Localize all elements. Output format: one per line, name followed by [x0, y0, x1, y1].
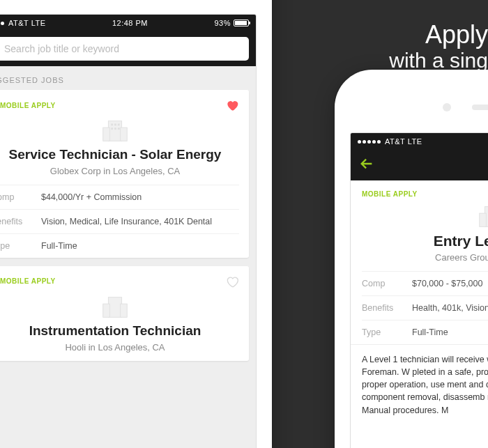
job-card[interactable]: MOBILE APPLY Instrumentation Technician … [0, 266, 249, 361]
svg-rect-10 [103, 304, 110, 317]
svg-rect-4 [114, 123, 116, 125]
job-title: Instrumentation Technician [0, 323, 239, 339]
company-icon [99, 294, 131, 319]
heart-icon [225, 98, 239, 112]
carrier-label: AT&T LTE [8, 19, 46, 27]
detail-row-type: Type Full-Time [362, 320, 488, 344]
svg-rect-11 [121, 304, 128, 317]
back-arrow-icon [359, 156, 374, 171]
company-icon [99, 118, 131, 143]
svg-rect-6 [111, 128, 113, 130]
company-icon [475, 203, 488, 229]
phone-frame-right: AT&T LTE 12:48 PM 93% MOBILE APPLY Entry… [335, 70, 488, 448]
search-input[interactable] [4, 43, 242, 54]
signal-dots-icon [0, 22, 4, 25]
job-card[interactable]: MOBILE APPLY Service Technician - Solar … [0, 90, 249, 258]
detail-value: $70,000 - $75,000 [412, 279, 482, 288]
section-header: SUGGESTED JOBS [0, 66, 256, 90]
phone-camera [443, 103, 451, 111]
promo-title: Apply [389, 21, 488, 49]
back-button[interactable] [359, 156, 374, 174]
phone-speaker [472, 105, 488, 110]
svg-rect-13 [480, 213, 487, 226]
favorite-button[interactable] [225, 98, 239, 112]
detail-row-type: Type Full-Time [0, 233, 239, 258]
detail-row-comp: Comp $70,000 - $75,000 [362, 271, 488, 295]
detail-value: Health, 401k, Vision, Dental [412, 303, 488, 313]
svg-rect-2 [121, 128, 128, 141]
battery-icon [234, 20, 249, 26]
detail-label: Comp [0, 192, 41, 202]
badge-label: MOBILE APPLY [0, 102, 56, 109]
status-time: 12:48 PM [112, 19, 148, 27]
svg-rect-5 [118, 123, 120, 125]
status-left: AT&T LTE [0, 19, 46, 27]
promo-text: Apply with a sing [389, 21, 488, 72]
detail-value: $44,000/Yr + Commission [41, 192, 142, 202]
signal-dots-icon [358, 140, 381, 144]
detail-label: Benefits [0, 217, 41, 226]
job-title: Service Technician - Solar Energy [0, 147, 239, 163]
svg-rect-1 [103, 128, 110, 141]
svg-rect-9 [108, 297, 121, 317]
status-left: AT&T LTE [358, 137, 422, 146]
detail-value: Full-Time [41, 241, 77, 251]
detail-row-benefits: Benefits Vision, Medical, Life Insurance… [0, 209, 239, 233]
mobile-apply-badge: MOBILE APPLY [351, 180, 488, 201]
job-subtitle: Careers Group, Inc in Santa [362, 252, 488, 263]
status-bar: AT&T LTE 12:48 PM 93% [0, 15, 256, 31]
detail-row-comp: Comp $44,000/Yr + Commission [0, 185, 239, 209]
heart-outline-icon [225, 275, 239, 288]
detail-value: Full-Time [412, 327, 448, 337]
search-bar [0, 31, 256, 66]
detail-label: Benefits [362, 303, 412, 313]
battery-percent: 93% [214, 19, 231, 27]
detail-row-benefits: Benefits Health, 401k, Vision, Dental [362, 295, 488, 320]
detail-value: Vision, Medical, Life Insurance, 401K De… [41, 217, 212, 226]
status-battery: 93% [214, 19, 249, 27]
detail-label: Type [0, 241, 41, 251]
job-title: Entry Level Tech [362, 233, 488, 249]
promo-subtitle: with a sing [389, 49, 488, 72]
screen-right: AT&T LTE 12:48 PM 93% MOBILE APPLY Entry… [350, 132, 488, 448]
screen-left: AT&T LTE 12:48 PM 93% SUGGESTED JOBS [0, 14, 257, 448]
svg-rect-8 [118, 128, 120, 130]
mobile-apply-badge: MOBILE APPLY [0, 102, 56, 109]
svg-rect-3 [111, 123, 113, 125]
status-bar: AT&T LTE 12:48 PM 93% [351, 133, 488, 150]
phone-frame-left: AT&T LTE 12:48 PM 93% SUGGESTED JOBS [0, 0, 272, 448]
job-description: A Level 1 technician will receive work S… [351, 344, 488, 425]
carrier-label: AT&T LTE [385, 137, 422, 146]
svg-rect-7 [114, 128, 116, 130]
job-subtitle: Hooli in Los Angeles, CA [0, 342, 239, 353]
detail-label: Comp [362, 279, 412, 288]
job-subtitle: Globex Corp in Los Angeles, CA [0, 166, 239, 176]
favorite-button[interactable] [225, 275, 239, 288]
mobile-apply-badge: MOBILE APPLY [0, 277, 56, 285]
search-field-wrap[interactable] [0, 37, 249, 61]
detail-label: Type [362, 327, 412, 337]
nav-bar [351, 150, 488, 180]
badge-label: MOBILE APPLY [0, 277, 56, 285]
watermark: wsxdn.com [444, 435, 482, 444]
